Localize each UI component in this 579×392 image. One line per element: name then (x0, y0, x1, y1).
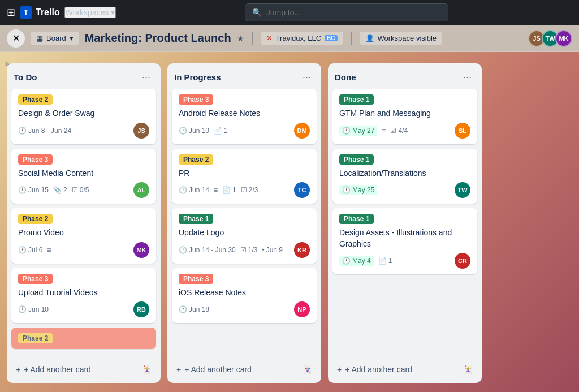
due-date: • Jun 9 (262, 246, 283, 254)
card-android-release[interactable]: Phase 3 Android Release Notes 🕐 Jun 10 📄… (172, 89, 317, 144)
trello-logo-text: Trello (36, 7, 60, 18)
workspace-x-icon: ✕ (266, 34, 273, 42)
visibility-chip[interactable]: 👤 Workspace visible (360, 32, 443, 45)
trello-logo[interactable]: T Trello (20, 6, 60, 19)
date-item: 🕐 Jun 10 (179, 127, 209, 135)
add-card-button-done[interactable]: + + Add another card 🃏 (332, 361, 477, 377)
date-item: 🕐 Jun 8 - Jun 24 (18, 127, 71, 135)
card-title: Upload Tutorial Videos (18, 287, 149, 299)
card-meta-left: 🕐 May 27 ≡ ☑ 4/4 (339, 126, 408, 136)
card-meta-left: 🕐 Jul 6 ≡ (18, 246, 51, 254)
attachment-item: 📎 2 (53, 186, 67, 194)
phase-badge: Phase 1 (179, 214, 213, 224)
card-meta: 🕐 Jun 18 NP (179, 301, 310, 317)
column-body-inprogress: Phase 3 Android Release Notes 🕐 Jun 10 📄… (167, 89, 321, 358)
card-avatar: AL (133, 182, 149, 198)
card-meta-left: 🕐 May 4 📄 1 (339, 256, 392, 266)
checklist-item: ☑ 1/3 (240, 246, 258, 254)
phase-badge: Phase 3 (179, 274, 213, 284)
card-avatar: JS (133, 123, 149, 139)
phase-badge: Phase 2 (18, 333, 53, 343)
card-partial[interactable]: Phase 2 (11, 328, 156, 349)
card-title: Android Release Notes (179, 108, 310, 119)
add-card-button-todo[interactable]: + + Add another card 🃏 (11, 361, 156, 377)
column-title-todo: To Do (14, 72, 37, 82)
column-header-inprogress: In Progress ··· (167, 68, 321, 89)
column-menu-inprogress[interactable]: ··· (299, 70, 314, 84)
column-menu-todo[interactable]: ··· (139, 70, 154, 84)
card-meta: 🕐 Jun 8 - Jun 24 JS (18, 123, 149, 139)
pages-item: 📄 1 (214, 127, 228, 135)
board-view-button[interactable]: ▦ Board ▾ (31, 32, 79, 45)
add-card-button-inprogress[interactable]: + + Add another card 🃏 (172, 361, 317, 377)
person-icon: 👤 (365, 34, 374, 42)
column-body-todo: Phase 2 Design & Order Swag 🕐 Jun 8 - Ju… (7, 89, 161, 358)
description-icon: ≡ (382, 127, 386, 135)
board-icon: ▦ (36, 34, 43, 42)
top-navigation: ⊞ T Trello Workspaces ▾ 🔍 (0, 0, 579, 25)
column-done: Done ··· Phase 1 GTM Plan and Messaging … (328, 63, 482, 383)
card-meta-left: 🕐 May 25 (339, 185, 377, 195)
phase-badge: Phase 2 (18, 214, 53, 224)
card-social-media[interactable]: Phase 3 Social Media Content 🕐 Jun 15 📎 … (11, 149, 156, 204)
card-promo-video[interactable]: Phase 2 Promo Video 🕐 Jul 6 ≡ MK (11, 208, 156, 264)
card-title: Social Media Content (18, 168, 149, 179)
date-item: 🕐 Jun 14 - Jun 30 (179, 246, 236, 254)
card-meta-left: 🕐 Jun 18 (179, 305, 209, 313)
card-update-logo[interactable]: Phase 1 Update Logo 🕐 Jun 14 - Jun 30 ☑ … (172, 208, 317, 264)
card-design-swag[interactable]: Phase 2 Design & Order Swag 🕐 Jun 8 - Ju… (11, 89, 156, 144)
column-title-done: Done (335, 72, 356, 82)
column-inprogress: In Progress ··· Phase 3 Android Release … (167, 63, 321, 383)
column-body-done: Phase 1 GTM Plan and Messaging 🕐 May 27 … (328, 89, 482, 358)
card-localization[interactable]: Phase 1 Localization/Translations 🕐 May … (332, 149, 477, 204)
trello-logo-box: T (20, 6, 32, 19)
date-item: 🕐 May 25 (339, 185, 377, 195)
separator-2 (351, 32, 352, 45)
card-title: Localization/Translations (339, 168, 470, 179)
search-bar[interactable]: 🔍 (245, 3, 448, 21)
description-icon: ≡ (47, 246, 51, 254)
card-upload-tutorials[interactable]: Phase 3 Upload Tutorial Videos 🕐 Jun 10 … (11, 268, 156, 324)
board-nav-right: JS TW MK (528, 30, 572, 47)
workspaces-button[interactable]: Workspaces ▾ (64, 7, 116, 18)
column-menu-done[interactable]: ··· (460, 70, 475, 84)
card-meta: 🕐 Jun 15 📎 2 ☑ 0/5 AL (18, 182, 149, 198)
card-meta: 🕐 Jun 14 ≡ 📄 1 ☑ 2/3 TC (179, 182, 310, 198)
card-gtm-plan[interactable]: Phase 1 GTM Plan and Messaging 🕐 May 27 … (332, 89, 477, 144)
card-title: PR (179, 168, 310, 179)
workspace-chip[interactable]: ✕ Travidux, LLC BC (261, 32, 343, 45)
plus-icon: + (337, 365, 342, 374)
card-title: Design & Order Swag (18, 108, 149, 119)
column-footer-inprogress: + + Add another card 🃏 (167, 358, 321, 378)
column-footer-done: + + Add another card 🃏 (328, 358, 482, 378)
card-title: Design Assets - Illustrations and Graphi… (339, 227, 470, 249)
card-ios-release[interactable]: Phase 3 iOS Release Notes 🕐 Jun 18 NP (172, 268, 317, 324)
expand-icon[interactable]: » (5, 59, 10, 69)
card-avatar: TW (455, 182, 470, 198)
card-meta: 🕐 May 27 ≡ ☑ 4/4 SL (339, 123, 470, 139)
avatar-3[interactable]: MK (555, 30, 572, 47)
card-meta: 🕐 Jun 14 - Jun 30 ☑ 1/3 • Jun 9 KR (179, 242, 310, 258)
date-item: 🕐 Jun 18 (179, 305, 209, 313)
phase-badge: Phase 3 (18, 154, 53, 165)
card-pr[interactable]: Phase 2 PR 🕐 Jun 14 ≡ 📄 1 ☑ 2/3 TC (172, 149, 317, 204)
grid-icon[interactable]: ⊞ (7, 6, 15, 19)
board-back-button[interactable]: ✕ (7, 29, 25, 48)
card-meta: 🕐 May 4 📄 1 CR (339, 253, 470, 269)
phase-badge: Phase 1 (339, 94, 374, 105)
star-icon[interactable]: ★ (237, 34, 244, 43)
card-avatar: KR (294, 242, 310, 258)
card-meta-left: 🕐 Jun 10 (18, 305, 49, 313)
member-avatars: JS TW MK (528, 30, 572, 47)
phase-badge: Phase 3 (179, 94, 213, 105)
workspace-badge: BC (325, 35, 337, 41)
board-navigation: ✕ ▦ Board ▾ Marketing: Product Launch ★ … (0, 25, 579, 52)
card-avatar: CR (455, 253, 470, 269)
card-meta-left: 🕐 Jun 14 ≡ 📄 1 ☑ 2/3 (179, 186, 258, 194)
card-design-assets[interactable]: Phase 1 Design Assets - Illustrations an… (332, 208, 477, 274)
card-meta: 🕐 Jun 10 RB (18, 301, 149, 317)
card-avatar: MK (133, 242, 149, 258)
pages-item: 📄 1 (222, 186, 236, 194)
search-input[interactable] (266, 8, 441, 17)
description-icon: ≡ (214, 186, 218, 194)
